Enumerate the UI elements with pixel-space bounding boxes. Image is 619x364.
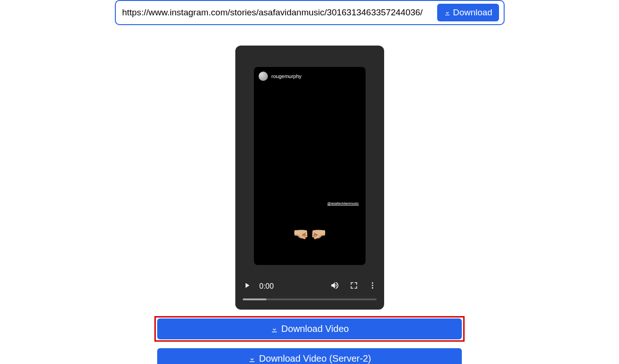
svg-point-0 xyxy=(372,282,373,284)
download-video-label: Download Video xyxy=(281,324,349,334)
download-video-button[interactable]: Download Video xyxy=(157,318,462,339)
download-video-server2-button[interactable]: Download Video (Server-2) xyxy=(157,348,462,364)
download-icon xyxy=(248,355,256,363)
svg-point-2 xyxy=(372,287,373,289)
story-header: rougemurphy xyxy=(254,67,366,86)
download-button-label: Download xyxy=(453,7,493,18)
controls-row: 0:00 xyxy=(243,281,377,292)
download-video-server2-label: Download Video (Server-2) xyxy=(259,353,371,364)
url-input[interactable] xyxy=(120,7,433,18)
download-icon xyxy=(444,9,451,16)
story-mention: @asafavidanmusic xyxy=(327,201,359,205)
download-icon xyxy=(270,325,279,333)
avatar xyxy=(259,72,268,81)
controls-right xyxy=(330,281,377,292)
video-preview-card: rougemurphy @asafavidanmusic 🤜🏼🤛🏼 0:00 xyxy=(235,46,384,310)
play-icon[interactable] xyxy=(243,281,251,291)
progress-bar[interactable] xyxy=(243,298,377,300)
story-username: rougemurphy xyxy=(272,73,302,79)
video-controls: 0:00 xyxy=(235,277,384,310)
svg-point-1 xyxy=(372,285,373,286)
more-icon[interactable] xyxy=(368,281,377,291)
story-frame: rougemurphy @asafavidanmusic 🤜🏼🤛🏼 xyxy=(254,67,366,265)
progress-fill xyxy=(243,298,267,300)
highlighted-download-wrapper: Download Video xyxy=(154,316,465,342)
fist-bump-emoji: 🤜🏼🤛🏼 xyxy=(293,226,326,242)
download-button[interactable]: Download xyxy=(437,4,499,21)
time-display: 0:00 xyxy=(260,282,274,291)
url-input-container: Download xyxy=(115,0,505,25)
video-content-area[interactable]: rougemurphy @asafavidanmusic 🤜🏼🤛🏼 xyxy=(235,46,384,277)
controls-left: 0:00 xyxy=(243,281,274,291)
fullscreen-icon[interactable] xyxy=(350,281,358,291)
volume-icon[interactable] xyxy=(330,281,339,292)
